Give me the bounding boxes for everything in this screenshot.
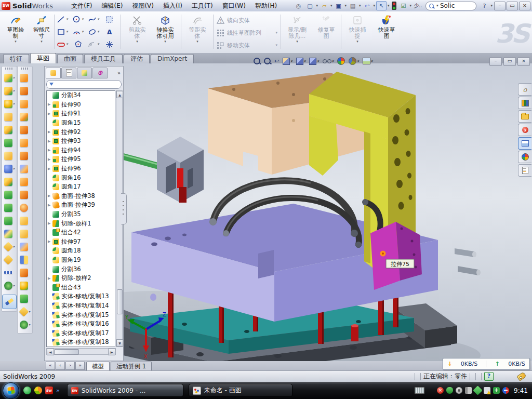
file-explorer-button[interactable] [518, 110, 531, 123]
minimize-button[interactable]: – [494, 2, 506, 10]
options-icon[interactable]: ☑ [398, 1, 409, 10]
menu-item[interactable]: 窗口(W) [218, 1, 250, 11]
toolbar-button[interactable]: ▾ [18, 175, 32, 188]
quicklaunch-app-icon[interactable] [34, 387, 42, 394]
scroll-right-button[interactable]: ▶ [108, 349, 115, 355]
toolbar-button[interactable]: ▾ [18, 253, 32, 266]
toolbar-button[interactable]: ▾ [3, 188, 16, 201]
toolbar-button[interactable]: ▾ [18, 201, 32, 214]
tray-icon[interactable] [502, 387, 509, 394]
toolbar-button[interactable]: ▾ [3, 110, 16, 123]
toolbar-button[interactable]: ▾ [18, 188, 32, 201]
vscroll-thumb[interactable] [117, 289, 123, 314]
search-input[interactable]: Solic [440, 2, 455, 9]
menu-item[interactable]: 文件(F) [66, 1, 97, 11]
toolbar-button[interactable]: ▾ [3, 253, 16, 266]
search-caret[interactable]: ▾ [436, 4, 438, 8]
toolbar-button[interactable]: ▾ [3, 84, 16, 97]
nav-next-button[interactable]: › [65, 362, 75, 370]
measure-tool-button[interactable] [2, 295, 17, 309]
toolbar-button[interactable]: ▾ [3, 136, 16, 149]
new-document-icon[interactable]: ▢ [305, 1, 315, 10]
print-icon[interactable]: ▤ [348, 1, 358, 10]
rapid-sketch-button[interactable]: 快速草 图 [372, 14, 401, 51]
point-tool[interactable] [103, 38, 115, 50]
toolbar-button[interactable]: ▾ [18, 71, 32, 84]
tree-row[interactable]: ▶ 圆角16 [47, 173, 115, 182]
panel-chevron[interactable]: » [117, 70, 122, 76]
scroll-up-button[interactable]: ▲ [116, 91, 123, 98]
task-solidworks[interactable]: SW SolidWorks 2009 - ... [67, 384, 183, 397]
sketch-button[interactable]: 草图绘 制▾ [1, 14, 30, 51]
task-paint[interactable]: 未命名 - 画图 [189, 384, 292, 397]
toolbar-button[interactable]: ▾ [3, 123, 16, 136]
tree-row[interactable]: ▶ 拉伸92 [47, 127, 115, 137]
hscroll-thumb[interactable] [54, 349, 79, 355]
tree-row[interactable]: ▶ 拉伸93 [47, 137, 115, 146]
toolbar-button[interactable]: ▾ [18, 305, 32, 318]
toolbar-button[interactable]: ▾ [18, 292, 32, 305]
arc-tool[interactable]: ▾ [72, 26, 84, 37]
zoom-area-icon[interactable] [264, 58, 271, 64]
edit-appearance-icon[interactable] [337, 57, 345, 65]
scroll-left-button[interactable]: ◀ [47, 349, 54, 355]
toolbar-grip[interactable] [21, 68, 29, 70]
tab-sketch[interactable]: 草图 [30, 53, 56, 63]
tree-row[interactable]: ▶ 分割34 [47, 91, 115, 100]
tree-row[interactable]: ▶ 切除-放样1 [47, 219, 115, 228]
tray-icon[interactable] [456, 387, 462, 394]
smart-dimension-button[interactable]: 智能尺 寸▾ [27, 14, 56, 51]
tray-icon[interactable] [493, 387, 500, 394]
tree-row[interactable]: ▶ 实体-移动/复制14 [47, 301, 115, 311]
rectangle-tool[interactable]: ▾ [56, 26, 69, 37]
toolbar-button[interactable]: ▾ [18, 110, 32, 123]
tree-row[interactable]: ▶ 圆角15 [47, 118, 115, 128]
graphics-viewport[interactable]: Y Z X 拉伸75 [122, 63, 532, 361]
select-caret[interactable]: ▾ [388, 4, 390, 8]
tab-surfaces[interactable]: 曲面 [57, 54, 83, 63]
tree-row[interactable]: ▶ 分割36 [47, 264, 115, 274]
doc-minimize-button[interactable]: – [489, 57, 502, 66]
design-library-button[interactable] [518, 97, 531, 109]
expand-arrow-icon[interactable]: ▶ [48, 276, 52, 281]
open-caret[interactable]: ▾ [330, 4, 332, 8]
toolbar-button[interactable]: ▾ [18, 279, 32, 292]
tree-row[interactable]: ▶ 实体-移动/复制13 [47, 292, 115, 301]
selection-box-tool[interactable] [103, 14, 115, 25]
expand-arrow-icon[interactable]: ▶ [48, 221, 52, 225]
toolbar-button[interactable]: ▾ [3, 214, 16, 227]
toolbar-button[interactable]: ▾ [18, 318, 32, 331]
save-icon[interactable]: ▣ [334, 1, 344, 10]
sketch-fillet-tool[interactable]: ▾ [87, 38, 100, 50]
tray-icon[interactable] [437, 387, 444, 394]
undo-caret[interactable]: ▾ [374, 4, 376, 8]
restore-button[interactable]: ▭ [507, 2, 518, 10]
apply-scene-icon[interactable]: ▾ [349, 57, 359, 65]
tray-icon[interactable] [473, 385, 482, 395]
toolbar-button[interactable]: ▾ [3, 227, 16, 240]
search-box[interactable]: ▾ Solic [425, 2, 476, 10]
tab-mold-tools[interactable]: 模具工具 [84, 54, 123, 63]
help-icon[interactable]: ? [479, 1, 489, 10]
toolbar-button[interactable]: ▾ [3, 201, 16, 214]
toolbar-button[interactable]: ▾ [18, 149, 32, 162]
help-caret[interactable]: ▾ [490, 4, 493, 8]
toolbar-button[interactable]: ▾ [18, 97, 32, 110]
expand-arrow-icon[interactable]: ▶ [48, 157, 52, 162]
toolbar-button[interactable]: ▾ [3, 279, 16, 292]
tab-dimxpert[interactable]: DimXpert [151, 54, 194, 63]
save-caret[interactable]: ▾ [345, 4, 347, 8]
tree-row[interactable]: ▶ 曲面-拉伸38 [47, 192, 115, 201]
tree-row[interactable]: ▶ 曲面-拉伸39 [47, 201, 115, 210]
open-icon[interactable]: ▱ [319, 1, 329, 10]
sketch-text-tool[interactable]: A [103, 26, 115, 37]
toolbar-button[interactable]: ▾ [18, 266, 32, 279]
toolbar-button[interactable]: ▾ [3, 97, 16, 110]
model-tab[interactable]: 模型 [86, 362, 110, 370]
tab-evaluate[interactable]: 评估 [124, 54, 150, 63]
tree-hscrollbar[interactable]: ◀ ▶ [46, 348, 116, 355]
expand-arrow-icon[interactable]: ▶ [48, 112, 52, 116]
tree-row[interactable]: ▶ 实体-移动/复制17 [47, 328, 115, 338]
nav-prev-button[interactable]: ‹ [56, 362, 65, 370]
configuration-manager-tab[interactable] [77, 68, 92, 78]
